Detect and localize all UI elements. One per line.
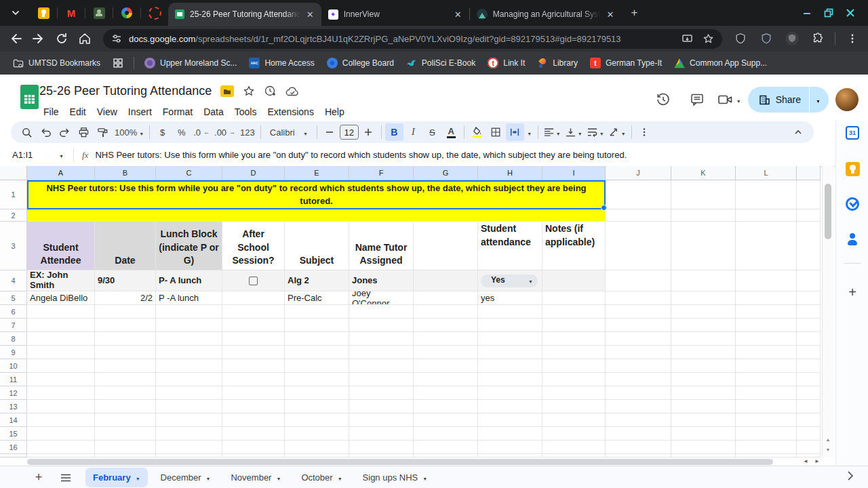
cell[interactable] <box>671 386 736 400</box>
cell[interactable] <box>285 413 349 427</box>
column-header-F[interactable]: F <box>349 166 414 180</box>
cell[interactable] <box>542 427 606 441</box>
cell[interactable] <box>222 359 285 373</box>
cell[interactable] <box>285 386 349 400</box>
forward-icon[interactable] <box>27 28 50 49</box>
cell[interactable] <box>222 400 285 413</box>
classroom-icon[interactable] <box>85 0 113 26</box>
header-cell[interactable]: Student attendance <box>478 222 542 270</box>
cell[interactable] <box>797 454 821 458</box>
data-cell[interactable]: Pre-Calc <box>285 291 349 305</box>
cell[interactable] <box>797 413 821 427</box>
add-addon-icon[interactable]: + <box>836 285 868 300</box>
cell[interactable] <box>285 441 349 454</box>
shield-blue-icon[interactable] <box>755 28 778 49</box>
cell[interactable] <box>95 373 156 386</box>
data-cell[interactable]: P -A lunch <box>156 291 222 305</box>
row-header-13[interactable]: 13 <box>0 400 27 413</box>
add-sheet-button[interactable]: + <box>28 468 49 488</box>
data-cell[interactable]: Jones <box>349 270 414 291</box>
data-cell[interactable] <box>414 291 478 305</box>
menu-file[interactable]: File <box>38 104 64 119</box>
cell[interactable] <box>478 400 542 413</box>
cell[interactable] <box>414 319 478 332</box>
cell[interactable] <box>606 386 671 400</box>
cell[interactable] <box>27 427 95 441</box>
keep-icon[interactable] <box>30 0 57 26</box>
cell[interactable] <box>542 454 606 458</box>
format-percent-button[interactable]: % <box>172 123 191 141</box>
scroll-left-icon[interactable]: ◄ <box>803 458 808 464</box>
cell[interactable] <box>606 427 671 441</box>
cell[interactable] <box>414 359 478 373</box>
horizontal-align-button[interactable] <box>542 123 563 141</box>
cell[interactable] <box>797 441 821 454</box>
scroll-down-icon[interactable]: ▼ <box>823 447 833 452</box>
cell[interactable] <box>156 373 222 386</box>
minimize-button[interactable] <box>796 0 818 26</box>
column-header-L[interactable]: L <box>736 166 797 180</box>
cell[interactable] <box>349 427 414 441</box>
row-header-2[interactable]: 2 <box>0 209 27 222</box>
increase-decimal-button[interactable]: .00 <box>212 123 237 141</box>
cell[interactable] <box>414 427 478 441</box>
cell[interactable] <box>542 413 606 427</box>
cell[interactable] <box>27 319 95 332</box>
cell[interactable] <box>95 332 156 346</box>
cell[interactable] <box>414 441 478 454</box>
data-cell[interactable]: EX: John Smith <box>27 270 95 291</box>
cell[interactable] <box>478 454 542 458</box>
data-cell[interactable]: yes <box>478 291 542 305</box>
cell[interactable] <box>222 454 285 458</box>
cell[interactable] <box>414 332 478 346</box>
cell[interactable] <box>736 346 797 359</box>
cell[interactable] <box>478 332 542 346</box>
cell[interactable] <box>414 305 478 319</box>
header-cell[interactable]: Student Attendee <box>27 222 95 270</box>
back-icon[interactable] <box>4 28 27 49</box>
version-history-icon[interactable] <box>650 87 677 112</box>
bookmark-common-app-supp[interactable]: Common App Supp... <box>668 55 773 71</box>
header-cell[interactable]: Date <box>95 222 156 270</box>
cell[interactable] <box>349 454 414 458</box>
data-cell[interactable]: 2/2 <box>95 291 156 305</box>
column-header-I[interactable]: I <box>542 166 606 180</box>
cell[interactable] <box>285 319 349 332</box>
contacts-icon[interactable] <box>836 232 868 246</box>
strikethrough-button[interactable]: S <box>423 123 441 141</box>
photos-icon[interactable] <box>113 0 140 26</box>
cell[interactable] <box>606 346 671 359</box>
cell[interactable] <box>736 413 797 427</box>
close-window-button[interactable] <box>840 0 861 26</box>
data-cell[interactable] <box>414 270 478 291</box>
cell[interactable] <box>606 413 671 427</box>
cell[interactable] <box>478 319 542 332</box>
tab-close-icon[interactable]: ✕ <box>604 9 616 20</box>
extensions-icon[interactable] <box>806 28 829 49</box>
cell[interactable] <box>349 400 414 413</box>
browser-tab-agricultural[interactable]: Managing an Agricultural Syst ✕ <box>470 3 622 26</box>
header-cell[interactable] <box>414 222 478 270</box>
row-header-10[interactable]: 10 <box>0 359 27 373</box>
horizontal-scrollbar[interactable]: ◄ ► <box>27 458 821 466</box>
select-all-corner[interactable] <box>0 166 27 180</box>
cell[interactable] <box>606 180 671 209</box>
cell[interactable] <box>736 332 797 346</box>
data-cell[interactable] <box>222 270 285 291</box>
cell[interactable] <box>156 346 222 359</box>
formula-input[interactable]: NHS Peer tutors: Use this form while you… <box>95 150 627 160</box>
name-box[interactable]: A1:I1 <box>0 150 68 160</box>
address-bar[interactable]: docs.google.com/spreadsheets/d/1r_mf2OLq… <box>103 29 722 49</box>
cell[interactable] <box>478 346 542 359</box>
column-header-G[interactable]: G <box>414 166 478 180</box>
tab-close-icon[interactable]: ✕ <box>452 9 464 20</box>
cell[interactable] <box>606 270 671 291</box>
cell[interactable] <box>414 346 478 359</box>
data-cell[interactable] <box>542 270 606 291</box>
row-header-4[interactable]: 4 <box>0 270 27 291</box>
vertical-scrollbar[interactable]: ▲ ▼ <box>822 166 833 458</box>
cell[interactable] <box>797 386 821 400</box>
sheet-tab-november[interactable]: November <box>223 468 288 487</box>
cloud-saved-icon[interactable] <box>285 86 300 97</box>
cell[interactable] <box>671 413 736 427</box>
